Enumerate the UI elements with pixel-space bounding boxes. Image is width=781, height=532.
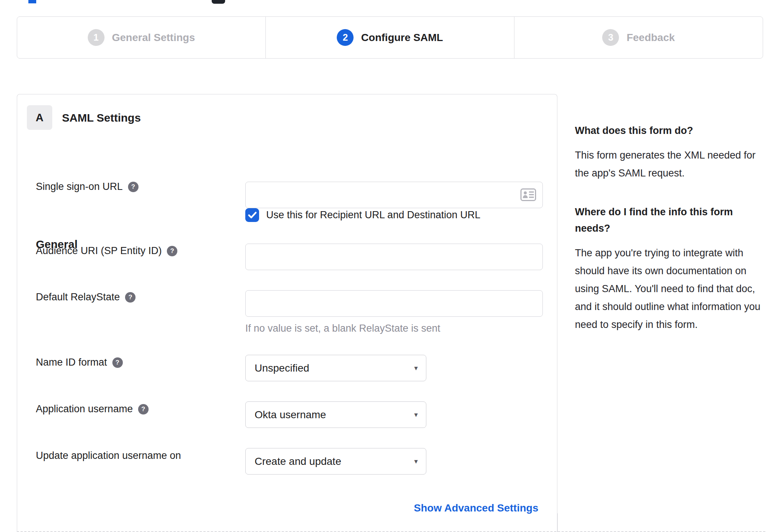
- panel-right-border-extension: [557, 513, 558, 532]
- help-icon[interactable]: ?: [128, 182, 139, 192]
- field-label-text: Application username: [36, 403, 133, 415]
- chevron-down-icon: ▾: [414, 364, 418, 372]
- checkmark-icon: [248, 212, 257, 219]
- sso-url-label: Single sign-on URL ?: [36, 181, 139, 193]
- panel-title: SAML Settings: [62, 112, 141, 124]
- app-username-label: Application username ?: [36, 403, 149, 415]
- help-icon[interactable]: ?: [138, 404, 149, 414]
- section-a-badge: A: [27, 105, 52, 130]
- select-value: Unspecified: [255, 362, 309, 374]
- step-label: Feedback: [626, 32, 675, 44]
- update-username-label: Update application username on: [36, 450, 181, 461]
- step-number-badge: 3: [602, 29, 619, 46]
- field-label-text: Single sign-on URL: [36, 181, 123, 193]
- spacer: [575, 182, 768, 204]
- saml-settings-panel: A SAML Settings General Single sign-on U…: [17, 94, 557, 532]
- field-label-text: Audience URI (SP Entity ID): [36, 245, 162, 257]
- help-sidebar: What does this form do? This form genera…: [575, 122, 768, 334]
- chevron-down-icon: ▾: [414, 457, 418, 466]
- step-number-badge: 1: [88, 29, 105, 46]
- app-username-select[interactable]: Okta username ▾: [245, 401, 426, 428]
- help-icon[interactable]: ?: [167, 246, 177, 256]
- step-number-badge: 2: [337, 29, 354, 46]
- update-username-select[interactable]: Create and update ▾: [245, 448, 426, 475]
- help-answer-1: This form generates the XML needed for t…: [575, 146, 768, 182]
- relaystate-hint: If no value is set, a blank RelayState i…: [245, 323, 440, 334]
- name-id-format-label: Name ID format ?: [36, 357, 123, 368]
- step-general-settings[interactable]: 1 General Settings: [17, 17, 265, 58]
- help-answer-2: The app you're trying to integrate with …: [575, 244, 768, 334]
- field-label-text: Name ID format: [36, 357, 107, 368]
- header-glyph-fragment: [212, 0, 225, 4]
- help-question-2: Where do I find the info this form needs…: [575, 204, 768, 237]
- logo-fragment: [28, 0, 36, 3]
- audience-uri-input-wrap: [245, 244, 543, 270]
- select-value: Okta username: [255, 409, 326, 421]
- show-advanced-settings-link[interactable]: Show Advanced Settings: [414, 502, 538, 514]
- step-feedback[interactable]: 3 Feedback: [514, 17, 763, 58]
- audience-uri-label: Audience URI (SP Entity ID) ?: [36, 245, 177, 257]
- sso-url-input[interactable]: [245, 182, 543, 208]
- select-value: Create and update: [255, 456, 341, 467]
- chevron-down-icon: ▾: [414, 410, 418, 419]
- name-id-format-select[interactable]: Unspecified ▾: [245, 355, 426, 381]
- relaystate-input-wrap: [245, 290, 543, 317]
- wizard-stepper: 1 General Settings 2 Configure SAML 3 Fe…: [17, 16, 763, 59]
- step-configure-saml[interactable]: 2 Configure SAML: [265, 17, 514, 58]
- recipient-url-checkbox-label[interactable]: Use this for Recipient URL and Destinati…: [266, 209, 480, 221]
- step-label: General Settings: [112, 32, 195, 44]
- field-label-text: Default RelayState: [36, 291, 120, 303]
- recipient-url-checkbox[interactable]: [245, 208, 259, 222]
- audience-uri-input[interactable]: [245, 244, 543, 270]
- contact-card-icon: [520, 188, 536, 203]
- field-label-text: Update application username on: [36, 450, 181, 461]
- help-question-1: What does this form do?: [575, 122, 768, 139]
- sso-url-input-wrap: [245, 182, 543, 208]
- relaystate-label: Default RelayState ?: [36, 291, 136, 303]
- help-icon[interactable]: ?: [112, 357, 123, 368]
- relaystate-input[interactable]: [245, 290, 543, 317]
- step-label: Configure SAML: [361, 32, 443, 44]
- help-icon[interactable]: ?: [125, 292, 136, 303]
